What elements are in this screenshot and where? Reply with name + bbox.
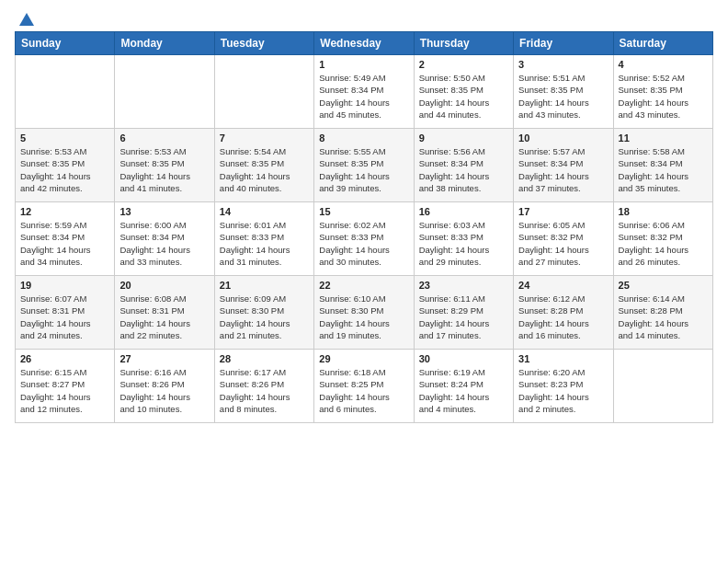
day-number: 2 [419,59,508,70]
calendar-cell: 18Sunrise: 6:06 AM Sunset: 8:32 PM Dayli… [613,202,712,276]
calendar-cell: 12Sunrise: 5:59 AM Sunset: 8:34 PM Dayli… [16,202,115,276]
day-number: 29 [319,353,408,364]
calendar-cell: 14Sunrise: 6:01 AM Sunset: 8:33 PM Dayli… [214,202,313,276]
header [15,11,713,24]
day-number: 7 [220,132,309,144]
day-info: Sunrise: 5:53 AM Sunset: 8:35 PM Dayligh… [20,145,109,194]
calendar-week-row: 1Sunrise: 5:49 AM Sunset: 8:34 PM Daylig… [16,55,713,129]
day-number: 31 [518,353,608,364]
calendar-cell: 25Sunrise: 6:14 AM Sunset: 8:28 PM Dayli… [613,276,712,350]
day-info: Sunrise: 6:06 AM Sunset: 8:32 PM Dayligh… [619,219,708,268]
day-info: Sunrise: 6:11 AM Sunset: 8:29 PM Dayligh… [419,293,508,341]
logo-icon [18,11,35,28]
calendar-week-row: 5Sunrise: 5:53 AM Sunset: 8:35 PM Daylig… [16,129,713,202]
day-number: 26 [20,353,109,364]
calendar-cell: 31Sunrise: 6:20 AM Sunset: 8:23 PM Dayli… [514,350,613,423]
calendar-cell [16,55,115,129]
calendar-cell: 9Sunrise: 5:56 AM Sunset: 8:34 PM Daylig… [414,129,513,202]
day-number: 23 [419,280,508,291]
day-number: 19 [20,280,109,291]
day-number: 14 [220,206,309,217]
calendar-cell: 17Sunrise: 6:05 AM Sunset: 8:32 PM Dayli… [514,202,613,276]
day-info: Sunrise: 5:50 AM Sunset: 8:35 PM Dayligh… [419,72,508,121]
calendar-cell: 6Sunrise: 5:53 AM Sunset: 8:35 PM Daylig… [115,129,214,202]
calendar-cell: 30Sunrise: 6:19 AM Sunset: 8:24 PM Dayli… [414,350,513,423]
calendar-cell: 16Sunrise: 6:03 AM Sunset: 8:33 PM Dayli… [414,202,513,276]
day-info: Sunrise: 5:58 AM Sunset: 8:34 PM Dayligh… [619,145,708,194]
calendar-cell: 15Sunrise: 6:02 AM Sunset: 8:33 PM Dayli… [314,202,414,276]
day-info: Sunrise: 6:01 AM Sunset: 8:33 PM Dayligh… [220,219,309,268]
calendar-week-row: 12Sunrise: 5:59 AM Sunset: 8:34 PM Dayli… [16,202,713,276]
weekday-header-row: Sunday Monday Tuesday Wednesday Thursday… [16,32,713,55]
day-number: 24 [518,280,608,291]
day-number: 28 [220,353,309,364]
day-number: 25 [619,280,708,291]
day-number: 12 [20,206,109,217]
day-number: 3 [518,59,608,70]
calendar-cell: 8Sunrise: 5:55 AM Sunset: 8:35 PM Daylig… [314,129,414,202]
day-info: Sunrise: 5:51 AM Sunset: 8:35 PM Dayligh… [518,72,608,121]
day-number: 1 [319,59,408,70]
day-number: 17 [518,206,608,217]
day-number: 16 [419,206,508,217]
day-info: Sunrise: 6:12 AM Sunset: 8:28 PM Dayligh… [518,293,608,341]
day-number: 21 [220,280,309,291]
day-info: Sunrise: 6:20 AM Sunset: 8:23 PM Dayligh… [518,366,608,415]
calendar-cell: 26Sunrise: 6:15 AM Sunset: 8:27 PM Dayli… [16,350,115,423]
day-info: Sunrise: 5:52 AM Sunset: 8:35 PM Dayligh… [619,72,708,121]
calendar-cell: 3Sunrise: 5:51 AM Sunset: 8:35 PM Daylig… [514,55,613,129]
header-saturday: Saturday [613,32,712,55]
day-info: Sunrise: 6:15 AM Sunset: 8:27 PM Dayligh… [20,366,109,415]
day-info: Sunrise: 6:14 AM Sunset: 8:28 PM Dayligh… [619,293,708,341]
day-number: 11 [619,132,708,144]
header-monday: Monday [115,32,214,55]
calendar-cell [214,55,313,129]
day-info: Sunrise: 6:03 AM Sunset: 8:33 PM Dayligh… [419,219,508,268]
day-info: Sunrise: 5:55 AM Sunset: 8:35 PM Dayligh… [319,145,408,194]
day-info: Sunrise: 5:49 AM Sunset: 8:34 PM Dayligh… [319,72,408,121]
day-info: Sunrise: 6:00 AM Sunset: 8:34 PM Dayligh… [119,219,209,268]
calendar-cell: 2Sunrise: 5:50 AM Sunset: 8:35 PM Daylig… [414,55,513,129]
header-wednesday: Wednesday [314,32,414,55]
day-info: Sunrise: 5:57 AM Sunset: 8:34 PM Dayligh… [518,145,608,194]
day-info: Sunrise: 6:19 AM Sunset: 8:24 PM Dayligh… [419,366,508,415]
day-info: Sunrise: 6:02 AM Sunset: 8:33 PM Dayligh… [319,219,408,268]
calendar-cell: 24Sunrise: 6:12 AM Sunset: 8:28 PM Dayli… [514,276,613,350]
day-info: Sunrise: 5:59 AM Sunset: 8:34 PM Dayligh… [20,219,109,268]
day-info: Sunrise: 6:09 AM Sunset: 8:30 PM Dayligh… [220,293,309,341]
calendar-cell: 13Sunrise: 6:00 AM Sunset: 8:34 PM Dayli… [115,202,214,276]
day-number: 27 [119,353,209,364]
calendar-cell: 7Sunrise: 5:54 AM Sunset: 8:35 PM Daylig… [214,129,313,202]
header-sunday: Sunday [16,32,115,55]
day-number: 15 [319,206,408,217]
calendar-cell [115,55,214,129]
logo [15,11,35,24]
calendar-cell: 28Sunrise: 6:17 AM Sunset: 8:26 PM Dayli… [214,350,313,423]
day-number: 4 [619,59,708,70]
calendar-cell: 5Sunrise: 5:53 AM Sunset: 8:35 PM Daylig… [16,129,115,202]
day-info: Sunrise: 5:54 AM Sunset: 8:35 PM Dayligh… [220,145,309,194]
day-info: Sunrise: 5:56 AM Sunset: 8:34 PM Dayligh… [419,145,508,194]
svg-marker-0 [19,13,34,26]
day-info: Sunrise: 6:18 AM Sunset: 8:25 PM Dayligh… [319,366,408,415]
day-info: Sunrise: 6:16 AM Sunset: 8:26 PM Dayligh… [119,366,209,415]
header-thursday: Thursday [414,32,513,55]
header-friday: Friday [514,32,613,55]
day-number: 30 [419,353,508,364]
calendar-cell: 1Sunrise: 5:49 AM Sunset: 8:34 PM Daylig… [314,55,414,129]
day-info: Sunrise: 6:08 AM Sunset: 8:31 PM Dayligh… [119,293,209,341]
calendar-table: Sunday Monday Tuesday Wednesday Thursday… [15,31,713,423]
day-info: Sunrise: 6:07 AM Sunset: 8:31 PM Dayligh… [20,293,109,341]
calendar-cell: 21Sunrise: 6:09 AM Sunset: 8:30 PM Dayli… [214,276,313,350]
calendar-cell: 4Sunrise: 5:52 AM Sunset: 8:35 PM Daylig… [613,55,712,129]
day-number: 9 [419,132,508,144]
header-tuesday: Tuesday [214,32,313,55]
calendar-cell [613,350,712,423]
day-number: 20 [119,280,209,291]
day-info: Sunrise: 5:53 AM Sunset: 8:35 PM Dayligh… [119,145,209,194]
day-info: Sunrise: 6:17 AM Sunset: 8:26 PM Dayligh… [220,366,309,415]
calendar-week-row: 26Sunrise: 6:15 AM Sunset: 8:27 PM Dayli… [16,350,713,423]
day-info: Sunrise: 6:05 AM Sunset: 8:32 PM Dayligh… [518,219,608,268]
day-number: 10 [518,132,608,144]
calendar-cell: 22Sunrise: 6:10 AM Sunset: 8:30 PM Dayli… [314,276,414,350]
